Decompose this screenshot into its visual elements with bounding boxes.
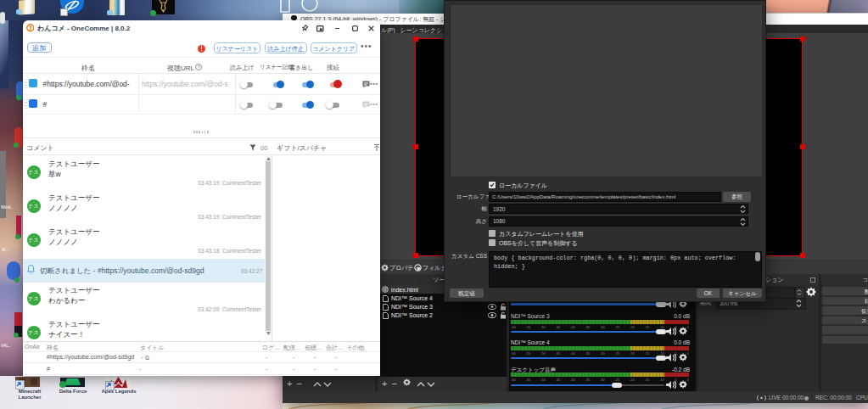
svg-text:?: ? (197, 64, 199, 70)
